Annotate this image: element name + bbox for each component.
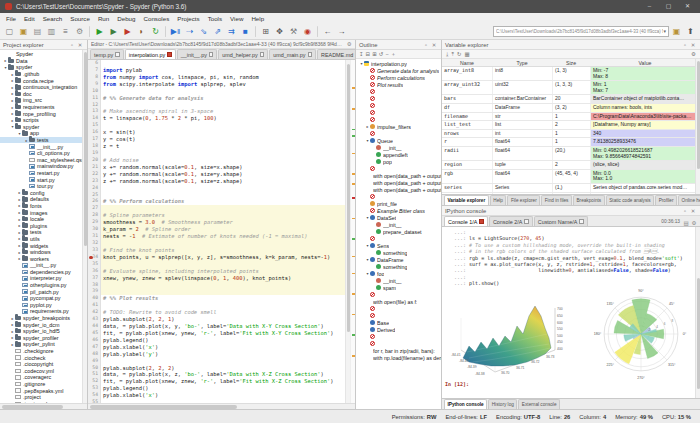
tree-item[interactable]: interpreter.py	[0, 275, 82, 282]
outline-item[interactable]: __init__	[356, 144, 441, 151]
code-line[interactable]: 47 pylab.xlabel('x')	[88, 344, 345, 351]
editor-tab[interactable]: umd_main.py	[269, 49, 316, 59]
variable-value[interactable]: Series object of pandas.core.series mod…	[590, 184, 700, 192]
tree-item[interactable]: __init__.py	[0, 262, 82, 269]
code-line[interactable]: 21 x += random.normal(scale=0.1, size=x.…	[88, 164, 345, 171]
outline-item[interactable]: Generate data for analysis	[356, 67, 441, 74]
pane-tab[interactable]: Profiler	[655, 195, 677, 205]
variable-row[interactable]: series Series (1,) Series object of pand…	[442, 184, 700, 193]
code-line[interactable]: 17 y = cos(t)	[88, 136, 345, 143]
outline-item[interactable]: ▾ Queue	[356, 137, 441, 144]
code-line[interactable]: 54 pylab.xlabel('x')	[88, 392, 345, 399]
outline-item[interactable]: with open(data_path + output_file_n	[356, 179, 441, 186]
code-line[interactable]: 32	[88, 240, 345, 247]
line-number-gutter[interactable]: 10	[88, 88, 101, 95]
editor-horizontal-scrollbar[interactable]	[88, 403, 355, 409]
pane-tab[interactable]: Variable explorer	[444, 195, 489, 205]
line-number-gutter[interactable]: 31	[88, 233, 101, 240]
variable-row[interactable]: list_test list 2 [Dataframe, Numpy array…	[442, 121, 700, 130]
menu-item[interactable]: View	[230, 15, 243, 22]
sep3[interactable]	[255, 26, 256, 37]
save-all-icon[interactable]: ▥	[45, 25, 58, 38]
go-to-cursor-icon[interactable]: ↧	[359, 51, 364, 57]
outline-item[interactable]	[356, 130, 441, 137]
tree-item[interactable]: otherplugins.py	[0, 282, 82, 289]
pane-tab[interactable]: Online help	[678, 195, 700, 205]
menu-item[interactable]: Edit	[24, 15, 35, 22]
step-return-icon[interactable]: ⇗	[211, 25, 224, 38]
code-line[interactable]: 48 pylab.ylabel('y')	[88, 351, 345, 358]
tree-item[interactable]: ▸ Data	[0, 58, 82, 65]
close-pane-icon[interactable]: ✕	[689, 42, 697, 48]
code-line[interactable]: 24	[88, 185, 345, 192]
close-pane-icon[interactable]: ✕	[430, 42, 438, 48]
breakpoint-icon[interactable]	[89, 256, 93, 260]
outline-item[interactable]	[356, 333, 441, 340]
line-number-gutter[interactable]: 26	[88, 198, 101, 205]
tree-item[interactable]: tour.py	[0, 183, 82, 190]
options-icon[interactable]: ⚙	[73, 25, 86, 38]
tree-item[interactable]: dependencies.py	[0, 269, 82, 276]
outline-item[interactable]: with open(data_path + output_file_n	[356, 186, 441, 193]
tree-item[interactable]: ▸ requirements	[0, 104, 82, 111]
run-selection-icon[interactable]: ◗	[135, 25, 148, 38]
menu-item[interactable]: Help	[251, 15, 264, 22]
outline-item[interactable]: with np.load(filename) as dem:	[356, 354, 441, 361]
pane-tab[interactable]: Help	[490, 195, 507, 205]
editor-tab[interactable]: __init__.py	[177, 49, 218, 59]
console-vertical-scrollbar[interactable]	[695, 227, 700, 398]
line-number-gutter[interactable]: 45	[88, 330, 101, 337]
tree-item[interactable]: .project	[0, 394, 82, 401]
line-number-gutter[interactable]: 16	[88, 129, 101, 136]
menu-item[interactable]: Run	[98, 15, 109, 22]
code-line[interactable]: 6	[88, 60, 345, 67]
pane-tab[interactable]: File explorer	[507, 195, 540, 205]
variable-value[interactable]: BarContainer object of matplotlib.conta…	[590, 95, 700, 103]
outline-item[interactable]	[356, 340, 441, 347]
project-vertical-scrollbar[interactable]	[82, 50, 87, 403]
outline-item[interactable]	[356, 102, 441, 109]
code-line[interactable]: 8 from numpy import cos, linspace, pi, s…	[88, 74, 345, 81]
outline-item[interactable]	[356, 312, 441, 319]
forward-icon[interactable]: →	[335, 25, 348, 38]
minimize-button[interactable]: –	[642, 0, 657, 13]
stop-debug-icon[interactable]: ■	[239, 25, 252, 38]
code-line[interactable]: 16 x = sin(t)	[88, 129, 345, 136]
outline-item[interactable]: print_file	[356, 200, 441, 207]
tree-item[interactable]: ▸ conda.recipe	[0, 77, 82, 84]
parent-directory-icon[interactable]: ⬆	[684, 25, 697, 38]
tree-item[interactable]: ▸ img_src	[0, 97, 82, 104]
rerun-icon[interactable]: ↻	[149, 25, 162, 38]
code-line[interactable]: 53 pylab.legend()	[88, 385, 345, 392]
outline-item[interactable]	[356, 165, 441, 172]
code-editor[interactable]: 6 7 import pylab 8 from numpy import cos…	[88, 60, 355, 403]
pane-tab[interactable]: Find in files	[541, 195, 572, 205]
outline-item[interactable]: Plot results	[356, 81, 441, 88]
variable-row[interactable]: df DataFrame (3, 2) Column names: bools,…	[442, 104, 700, 113]
line-number-gutter[interactable]: 15	[88, 122, 101, 129]
menu-item[interactable]: Consoles	[143, 15, 169, 22]
code-line[interactable]: 43 pylab.subplot(2, 2, 1)	[88, 316, 345, 323]
refresh-icon[interactable]: ↻	[457, 51, 462, 58]
outline-item[interactable]: Perform calculations	[356, 74, 441, 81]
save-data-icon[interactable]: ⤒	[451, 51, 453, 58]
run-cell-advance-icon[interactable]: ▶	[121, 25, 134, 38]
outline-item[interactable]: appendleft	[356, 151, 441, 158]
code-line[interactable]: 46 pylab.legend()	[88, 337, 345, 344]
import-data-icon[interactable]: ⤓	[446, 51, 448, 58]
line-number-gutter[interactable]: 36	[88, 268, 101, 275]
line-number-gutter[interactable]: 43	[88, 316, 101, 323]
outline-item[interactable]: for r, bar in zip(radii, bars):	[356, 347, 441, 354]
sep2[interactable]	[165, 26, 166, 37]
line-number-gutter[interactable]: 20	[88, 157, 101, 164]
tree-item[interactable]: ▸ fonts	[0, 203, 82, 210]
line-number-gutter[interactable]: 24	[88, 185, 101, 192]
variable-value[interactable]: Min: -7 Max: 8	[590, 67, 700, 80]
code-line[interactable]: 51 data, = pylab.plot(x, z, 'bo-', label…	[88, 371, 345, 378]
open-file-icon[interactable]: ▣	[17, 25, 30, 38]
editor-tab[interactable]: umd_helper.py	[218, 49, 268, 59]
outline-item[interactable]: with open(data_path + output_file_n	[356, 172, 441, 179]
line-number-gutter[interactable]: 6	[88, 60, 101, 67]
tree-item[interactable]: ▸ scripts	[0, 117, 82, 124]
outline-item[interactable]	[356, 193, 441, 200]
